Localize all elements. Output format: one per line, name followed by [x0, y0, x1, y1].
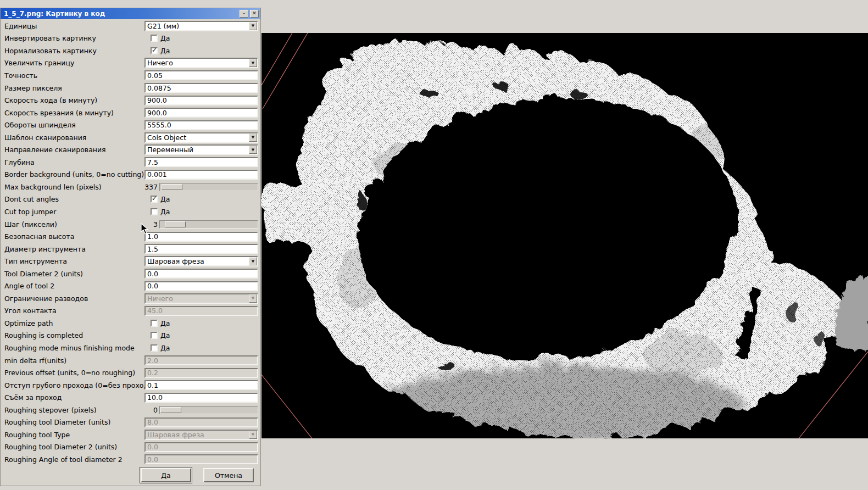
scan-direction-control: Переменный▼ [144, 143, 258, 156]
scan-direction-label: Направление сканирования [1, 146, 144, 154]
form-row-scan-pattern: Шаблон сканированияCols Object▼ [1, 131, 260, 144]
roughing-minus-finishing-checkbox-wrap: Да [151, 344, 170, 352]
form-row-roughing-stepover: Roughing stepover (pixels)0 [1, 404, 260, 416]
dont-cut-angles-control: Да [144, 193, 258, 206]
chevron-down-icon[interactable]: ▼ [249, 257, 257, 265]
dialog-footer: Да Отмена [1, 465, 260, 486]
form-row-roughing-tool-diameter-2: Roughing tool Diameter 2 (units) [1, 441, 260, 454]
roughing-completed-checkbox[interactable] [151, 332, 158, 339]
max-background-len-slider-thumb[interactable] [162, 184, 182, 190]
plunge-rate-input[interactable] [144, 108, 258, 118]
roughing-tool-diameter-control [144, 416, 258, 429]
invert-image-checkbox-wrap: Да [151, 34, 170, 42]
image-to-gcode-dialog: 1_5_7.png: Картинку в код – ✕ ЕдиницыG21… [0, 8, 261, 486]
roughing-angle-tool-2-input [144, 454, 258, 464]
step-pixels-slider-track[interactable] [159, 220, 258, 229]
close-icon[interactable]: ✕ [250, 10, 259, 18]
plunge-rate-label: Скорость врезания (в минуту) [1, 109, 144, 117]
form-row-angle-of-tool-2: Angle of tool 2 [1, 280, 260, 292]
form-row-tool-diameter-2: Tool Diameter 2 (units) [1, 268, 260, 280]
form-row-cut-top-jumper: Cut top jumperДа [1, 205, 260, 218]
roughing-tool-type-selected-value: Шаровая фреза [146, 431, 249, 439]
optimize-path-control: Да [144, 317, 258, 330]
angle-of-tool-2-label: Angle of tool 2 [1, 282, 144, 290]
form-row-feed-rate: Скорость хода (в минуту) [1, 94, 260, 107]
max-background-len-value: 337 [144, 183, 158, 191]
safe-height-input[interactable] [144, 232, 258, 242]
dont-cut-angles-checkbox[interactable] [151, 196, 158, 203]
feed-rate-input[interactable] [144, 96, 258, 105]
max-background-len-slider-track[interactable] [159, 183, 258, 191]
dont-cut-angles-label: Dont cut angles [1, 195, 144, 203]
ok-button[interactable]: Да [141, 468, 191, 482]
pixel-size-input[interactable] [144, 83, 258, 93]
step-pixels-slider-thumb[interactable] [165, 221, 186, 227]
chevron-down-icon[interactable]: ▼ [249, 146, 257, 154]
min-delta-rf-control [144, 354, 258, 367]
form-row-depth-per-pass: Съём за проход [1, 391, 260, 404]
expand-border-select[interactable]: Ничего▼ [144, 58, 258, 68]
cut-top-jumper-checkbox[interactable] [151, 208, 158, 215]
invert-image-control: Да [144, 32, 258, 45]
optimize-path-checkbox[interactable] [151, 320, 158, 327]
lace-bounding-select: Ничего▼ [144, 293, 258, 304]
contact-angle-input [144, 306, 258, 316]
form-row-roughing-offset: Отступ грубого прохода (0=без прохода) [1, 379, 260, 392]
spindle-speed-input[interactable] [144, 120, 258, 130]
roughing-offset-input[interactable] [144, 380, 258, 390]
invert-image-checkbox-label: Да [160, 34, 170, 42]
safe-height-label: Безопасная высота [1, 232, 144, 241]
roughing-stepover-slider-thumb[interactable] [160, 407, 181, 413]
settings-form: ЕдиницыG21 (мм)▼Инвертировать картинкуДа… [1, 20, 260, 466]
chevron-down-icon[interactable]: ▼ [249, 133, 257, 142]
units-select[interactable]: G21 (мм)▼ [144, 21, 258, 31]
plunge-rate-control [144, 107, 258, 119]
minimize-icon[interactable]: – [240, 10, 248, 18]
chevron-down-icon: ▼ [249, 431, 257, 439]
normalize-image-checkbox-label: Да [160, 47, 170, 55]
cut-top-jumper-label: Cut top jumper [1, 208, 144, 216]
form-row-border-background: Border background (units, 0=no cutting) [1, 169, 260, 181]
pixel-size-label: Размер пикселя [1, 84, 144, 92]
scan-direction-select[interactable]: Переменный▼ [144, 144, 258, 155]
roughing-minus-finishing-control: Да [144, 342, 258, 354]
roughing-tool-diameter-label: Roughing tool Diameter (units) [1, 418, 144, 426]
form-row-tolerance: Точность [1, 69, 260, 82]
invert-image-checkbox[interactable] [151, 35, 158, 42]
roughing-angle-tool-2-control [144, 453, 258, 466]
cancel-button[interactable]: Отмена [203, 468, 254, 482]
depth-per-pass-input[interactable] [144, 393, 258, 403]
form-row-plunge-rate: Скорость врезания (в минуту) [1, 107, 260, 119]
chevron-down-icon[interactable]: ▼ [249, 22, 257, 30]
expand-border-selected-value: Ничего [146, 59, 249, 67]
form-row-spindle-speed: Обороты шпинделя [1, 119, 260, 131]
roughing-minus-finishing-checkbox-label: Да [160, 344, 170, 352]
depth-input[interactable] [144, 157, 258, 167]
dialog-titlebar[interactable]: 1_5_7.png: Картинку в код – ✕ [1, 8, 260, 19]
roughing-stepover-slider-track[interactable] [159, 406, 258, 414]
max-background-len-label: Max background len (pixels) [1, 183, 144, 191]
depth-control [144, 156, 258, 169]
normalize-image-checkbox[interactable] [151, 47, 158, 54]
roughing-tool-diameter-input [144, 417, 258, 427]
tool-type-select[interactable]: Шаровая фреза▼ [144, 256, 258, 266]
min-delta-rf-label: min delta rf(units) [1, 357, 144, 365]
form-row-roughing-tool-type: Roughing tool TypeШаровая фреза▼ [1, 428, 260, 441]
form-row-roughing-angle-tool-2: Roughing Angle of tool diameter 2 [1, 453, 260, 466]
dont-cut-angles-checkbox-wrap: Да [151, 195, 170, 203]
scan-pattern-select[interactable]: Cols Object▼ [144, 132, 258, 143]
form-row-contact-angle: Угол контакта [1, 305, 260, 318]
form-row-previous-offset: Previous offset (units, 0=no roughing) [1, 366, 260, 379]
border-background-input[interactable] [144, 170, 258, 180]
tool-diameter-input[interactable] [144, 244, 258, 254]
form-row-roughing-tool-diameter: Roughing tool Diameter (units) [1, 416, 260, 429]
roughing-minus-finishing-checkbox[interactable] [151, 344, 158, 352]
angle-of-tool-2-input[interactable] [144, 281, 258, 291]
chevron-down-icon[interactable]: ▼ [249, 59, 257, 67]
tool-type-label: Тип инструмента [1, 257, 144, 265]
form-row-lace-bounding: Ограничение разводовНичего▼ [1, 292, 260, 305]
tolerance-input[interactable] [144, 70, 258, 80]
tool-diameter-2-input[interactable] [144, 269, 258, 279]
roughing-stepover-label: Roughing stepover (pixels) [1, 406, 144, 414]
roughing-completed-control: Да [144, 330, 258, 342]
